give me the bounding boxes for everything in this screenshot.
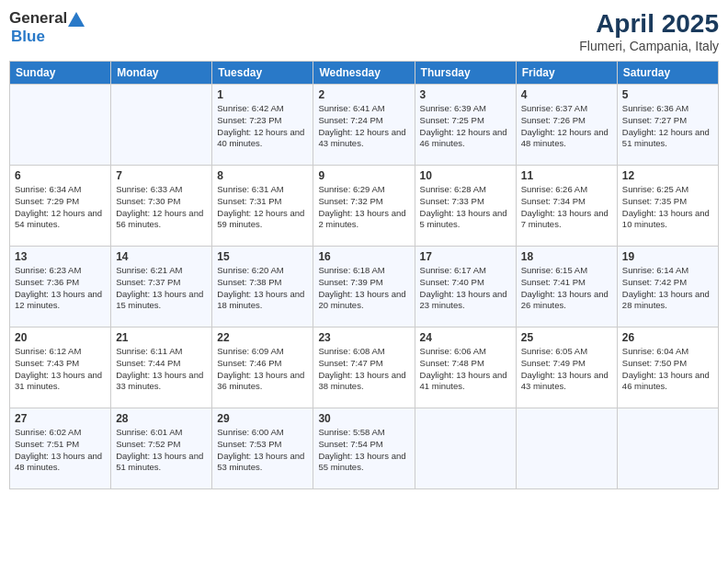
calendar-week-1: 1Sunrise: 6:42 AM Sunset: 7:23 PM Daylig…	[10, 85, 719, 166]
calendar-cell: 1Sunrise: 6:42 AM Sunset: 7:23 PM Daylig…	[212, 85, 313, 166]
calendar-cell: 18Sunrise: 6:15 AM Sunset: 7:41 PM Dayli…	[516, 247, 617, 327]
cell-info: Sunrise: 6:25 AM Sunset: 7:35 PM Dayligh…	[622, 184, 713, 231]
calendar-body: 1Sunrise: 6:42 AM Sunset: 7:23 PM Daylig…	[10, 85, 719, 489]
day-number: 20	[15, 331, 106, 344]
cell-info: Sunrise: 6:37 AM Sunset: 7:26 PM Dayligh…	[521, 103, 612, 150]
cell-info: Sunrise: 6:05 AM Sunset: 7:49 PM Dayligh…	[521, 346, 612, 393]
day-number: 5	[622, 88, 713, 101]
cell-info: Sunrise: 6:33 AM Sunset: 7:30 PM Dayligh…	[116, 184, 207, 231]
col-monday: Monday	[111, 62, 212, 85]
day-number: 18	[521, 250, 612, 263]
cell-info: Sunrise: 6:11 AM Sunset: 7:44 PM Dayligh…	[116, 346, 207, 393]
calendar-cell: 25Sunrise: 6:05 AM Sunset: 7:49 PM Dayli…	[516, 327, 617, 408]
calendar-header: Sunday Monday Tuesday Wednesday Thursday…	[10, 62, 719, 85]
logo: General Blue	[9, 9, 85, 46]
cell-info: Sunrise: 6:12 AM Sunset: 7:43 PM Dayligh…	[15, 346, 106, 393]
col-sunday: Sunday	[10, 62, 111, 85]
calendar-week-4: 20Sunrise: 6:12 AM Sunset: 7:43 PM Dayli…	[10, 327, 719, 408]
col-thursday: Thursday	[415, 62, 516, 85]
cell-info: Sunrise: 6:02 AM Sunset: 7:51 PM Dayligh…	[15, 427, 106, 474]
calendar-cell: 28Sunrise: 6:01 AM Sunset: 7:52 PM Dayli…	[111, 408, 212, 489]
day-number: 29	[217, 412, 308, 425]
calendar-cell: 3Sunrise: 6:39 AM Sunset: 7:25 PM Daylig…	[415, 85, 516, 166]
cell-info: Sunrise: 6:14 AM Sunset: 7:42 PM Dayligh…	[622, 265, 713, 312]
calendar-cell: 16Sunrise: 6:18 AM Sunset: 7:39 PM Dayli…	[313, 247, 415, 327]
cell-info: Sunrise: 6:00 AM Sunset: 7:53 PM Dayligh…	[217, 427, 308, 474]
logo-text: General Blue	[9, 9, 85, 46]
calendar-cell	[10, 85, 111, 166]
location: Flumeri, Campania, Italy	[579, 39, 719, 53]
col-tuesday: Tuesday	[212, 62, 313, 85]
day-number: 10	[420, 169, 511, 182]
calendar-cell: 27Sunrise: 6:02 AM Sunset: 7:51 PM Dayli…	[10, 408, 111, 489]
day-number: 25	[521, 331, 612, 344]
calendar-cell	[617, 408, 718, 489]
calendar-cell: 17Sunrise: 6:17 AM Sunset: 7:40 PM Dayli…	[415, 247, 516, 327]
cell-info: Sunrise: 6:41 AM Sunset: 7:24 PM Dayligh…	[318, 103, 409, 150]
col-wednesday: Wednesday	[313, 62, 415, 85]
calendar-cell: 11Sunrise: 6:26 AM Sunset: 7:34 PM Dayli…	[516, 166, 617, 247]
cell-info: Sunrise: 6:17 AM Sunset: 7:40 PM Dayligh…	[420, 265, 511, 312]
calendar-week-2: 6Sunrise: 6:34 AM Sunset: 7:29 PM Daylig…	[10, 166, 719, 247]
cell-info: Sunrise: 6:01 AM Sunset: 7:52 PM Dayligh…	[116, 427, 207, 474]
day-number: 11	[521, 169, 612, 182]
calendar-cell: 13Sunrise: 6:23 AM Sunset: 7:36 PM Dayli…	[10, 247, 111, 327]
cell-info: Sunrise: 6:15 AM Sunset: 7:41 PM Dayligh…	[521, 265, 612, 312]
cell-info: Sunrise: 6:18 AM Sunset: 7:39 PM Dayligh…	[318, 265, 409, 312]
cell-info: Sunrise: 6:04 AM Sunset: 7:50 PM Dayligh…	[622, 346, 713, 393]
day-number: 1	[217, 88, 308, 101]
calendar-cell: 20Sunrise: 6:12 AM Sunset: 7:43 PM Dayli…	[10, 327, 111, 408]
day-number: 8	[217, 169, 308, 182]
day-number: 4	[521, 88, 612, 101]
header-row: Sunday Monday Tuesday Wednesday Thursday…	[10, 62, 719, 85]
col-friday: Friday	[516, 62, 617, 85]
cell-info: Sunrise: 6:28 AM Sunset: 7:33 PM Dayligh…	[420, 184, 511, 231]
cell-info: Sunrise: 6:39 AM Sunset: 7:25 PM Dayligh…	[420, 103, 511, 150]
calendar-cell: 22Sunrise: 6:09 AM Sunset: 7:46 PM Dayli…	[212, 327, 313, 408]
day-number: 21	[116, 331, 207, 344]
day-number: 23	[318, 331, 409, 344]
day-number: 9	[318, 169, 409, 182]
cell-info: Sunrise: 6:26 AM Sunset: 7:34 PM Dayligh…	[521, 184, 612, 231]
calendar-cell: 19Sunrise: 6:14 AM Sunset: 7:42 PM Dayli…	[617, 247, 718, 327]
calendar-cell: 23Sunrise: 6:08 AM Sunset: 7:47 PM Dayli…	[313, 327, 415, 408]
cell-info: Sunrise: 6:20 AM Sunset: 7:38 PM Dayligh…	[217, 265, 308, 312]
logo-blue: Blue	[11, 28, 45, 45]
cell-info: Sunrise: 6:31 AM Sunset: 7:31 PM Dayligh…	[217, 184, 308, 231]
calendar-cell: 6Sunrise: 6:34 AM Sunset: 7:29 PM Daylig…	[10, 166, 111, 247]
day-number: 17	[420, 250, 511, 263]
calendar-cell: 5Sunrise: 6:36 AM Sunset: 7:27 PM Daylig…	[617, 85, 718, 166]
calendar-cell: 7Sunrise: 6:33 AM Sunset: 7:30 PM Daylig…	[111, 166, 212, 247]
calendar-cell: 2Sunrise: 6:41 AM Sunset: 7:24 PM Daylig…	[313, 85, 415, 166]
day-number: 6	[15, 169, 106, 182]
calendar-cell: 21Sunrise: 6:11 AM Sunset: 7:44 PM Dayli…	[111, 327, 212, 408]
calendar-cell: 10Sunrise: 6:28 AM Sunset: 7:33 PM Dayli…	[415, 166, 516, 247]
calendar-cell: 15Sunrise: 6:20 AM Sunset: 7:38 PM Dayli…	[212, 247, 313, 327]
day-number: 22	[217, 331, 308, 344]
cell-info: Sunrise: 5:58 AM Sunset: 7:54 PM Dayligh…	[318, 427, 409, 474]
cell-info: Sunrise: 6:08 AM Sunset: 7:47 PM Dayligh…	[318, 346, 409, 393]
day-number: 28	[116, 412, 207, 425]
title-area: April 2025 Flumeri, Campania, Italy	[579, 9, 719, 53]
calendar-cell	[516, 408, 617, 489]
page: General Blue April 2025 Flumeri, Campani…	[0, 0, 728, 563]
day-number: 14	[116, 250, 207, 263]
day-number: 16	[318, 250, 409, 263]
calendar-cell: 26Sunrise: 6:04 AM Sunset: 7:50 PM Dayli…	[617, 327, 718, 408]
logo-general: General	[9, 9, 67, 27]
day-number: 30	[318, 412, 409, 425]
calendar-cell: 24Sunrise: 6:06 AM Sunset: 7:48 PM Dayli…	[415, 327, 516, 408]
cell-info: Sunrise: 6:34 AM Sunset: 7:29 PM Dayligh…	[15, 184, 106, 231]
cell-info: Sunrise: 6:23 AM Sunset: 7:36 PM Dayligh…	[15, 265, 106, 312]
day-number: 27	[15, 412, 106, 425]
cell-info: Sunrise: 6:06 AM Sunset: 7:48 PM Dayligh…	[420, 346, 511, 393]
logo-icon	[68, 12, 85, 27]
day-number: 13	[15, 250, 106, 263]
month-year: April 2025	[579, 9, 719, 39]
svg-marker-0	[68, 12, 85, 27]
calendar-week-3: 13Sunrise: 6:23 AM Sunset: 7:36 PM Dayli…	[10, 247, 719, 327]
day-number: 15	[217, 250, 308, 263]
col-saturday: Saturday	[617, 62, 718, 85]
calendar-table: Sunday Monday Tuesday Wednesday Thursday…	[9, 61, 719, 489]
calendar-cell: 9Sunrise: 6:29 AM Sunset: 7:32 PM Daylig…	[313, 166, 415, 247]
